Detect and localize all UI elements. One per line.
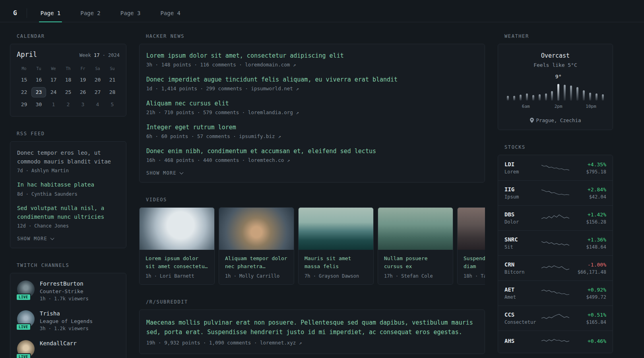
hackernews-show-more-button[interactable]: SHOW MORE (146, 170, 183, 176)
tab-page-3[interactable]: Page 3 (116, 4, 145, 22)
hackernews-item-link[interactable]: Donec enim nibh, condimentum et accumsan… (146, 148, 478, 155)
stock-symbol: DBS (504, 211, 541, 218)
stock-values: +0.46% (570, 338, 606, 346)
tab-page-2[interactable]: Page 2 (76, 4, 105, 22)
twitch-box: LIVE ForrestBurton Counter-Strike 1h · 1… (10, 273, 126, 358)
calendar-day: 21 (105, 75, 120, 85)
stock-symbol: LDI (504, 161, 541, 167)
hackernews-item-meta[interactable]: 3h · 148 points · 116 comments · loremdo… (146, 62, 478, 68)
calendar-widget: CALENDAR April Week 17 · 2024 Mo Tu We T… (10, 33, 126, 117)
twitch-widget-title: TWITCH CHANNELS (17, 263, 126, 268)
stock-name: Ipsum (504, 194, 541, 200)
hackernews-item-link[interactable]: Integer eget rutrum lorem (146, 124, 478, 131)
twitch-channel-row[interactable]: LIVE Trisha League of Legends 3h · 1.2k … (17, 310, 119, 331)
stock-change: +0.92% (570, 287, 606, 293)
rss-item-link[interactable]: In hac habitasse platea (17, 181, 119, 189)
hackernews-item-link[interactable]: Donec imperdiet augue tincidunt felis al… (146, 76, 478, 83)
stock-sparkline (541, 238, 570, 248)
calendar-day: 2 (61, 99, 76, 110)
stock-row[interactable]: CRN Bitcorn -1.00% $66,171.48 (498, 255, 613, 280)
hackernews-item-link[interactable]: Lorem ipsum dolor sit amet, consectetur … (146, 52, 478, 59)
left-column: CALENDAR April Week 17 · 2024 Mo Tu We T… (10, 33, 126, 358)
hackernews-item-meta[interactable]: 6h · 60 points · 57 comments · ipsumify.… (146, 133, 478, 139)
video-thumbnail (219, 208, 294, 250)
twitch-channel-row[interactable]: LIVE KendallCarr (17, 340, 119, 358)
weather-time-label: 10pm (586, 104, 596, 109)
twitch-avatar-wrap: LIVE (17, 280, 35, 298)
stock-sparkline (541, 263, 570, 273)
rss-item-link[interactable]: Sed volutpat nulla nisl, a condimentum n… (17, 204, 119, 221)
subreddit-post: Maecenas mollis pulvinar erat non posuer… (146, 318, 478, 346)
middle-column: HACKER NEWS Lorem ipsum dolor sit amet, … (139, 33, 485, 358)
stock-values: +0.92% $499.72 (570, 287, 606, 300)
weather-time-label: 6am (522, 104, 530, 109)
rss-item-meta: 7d · Ashlyn Martin (17, 168, 119, 173)
day-name: We (46, 66, 61, 71)
stock-price: $795.18 (570, 169, 606, 175)
calendar-day: 28 (105, 87, 120, 97)
stock-symbol: IIG (504, 186, 541, 193)
hackernews-item: Lorem ipsum dolor sit amet, consectetur … (146, 52, 478, 68)
weather-widget-title: WEATHER (504, 33, 613, 39)
calendar-dates: 15 16 17 18 19 20 21 22 23 24 25 26 27 2… (17, 75, 120, 110)
stock-row[interactable]: LDI Lorem +4.35% $795.18 (498, 156, 613, 180)
live-badge: LIVE (16, 294, 31, 301)
video-card[interactable]: Nullam posuere cursus ex 17h · Stefan Co… (378, 207, 453, 285)
dashboard: CALENDAR April Week 17 · 2024 Mo Tu We T… (0, 22, 644, 358)
hackernews-widget-title: HACKER NEWS (146, 33, 485, 39)
calendar-day: 27 (90, 87, 105, 97)
stock-row[interactable]: AHS +0.46% (498, 331, 613, 352)
stock-values: +0.51% $165.84 (570, 312, 606, 325)
stock-id: LDI Lorem (504, 161, 541, 175)
tab-page-4[interactable]: Page 4 (155, 4, 185, 22)
weather-bar (526, 93, 528, 101)
hackernews-item-meta[interactable]: 21h · 710 points · 579 comments · loreml… (146, 109, 478, 115)
stock-id: CRN Bitcorn (504, 261, 541, 275)
video-card-body: Lorem ipsum dolor sit amet consectetu… 1… (140, 250, 214, 284)
stock-row[interactable]: AET Amet +0.92% $499.72 (498, 280, 613, 305)
tab-page-1[interactable]: Page 1 (36, 4, 66, 22)
video-card[interactable]: Lorem ipsum dolor sit amet consectetu… 1… (139, 207, 215, 285)
twitch-channel-row[interactable]: LIVE ForrestBurton Counter-Strike 1h · 1… (17, 280, 119, 302)
calendar-year: 2024 (108, 53, 120, 58)
twitch-channel-info: Trisha League of Legends 3h · 1.2k viewe… (40, 310, 93, 331)
video-card[interactable]: Mauris sit amet massa felis 7h · Grayson… (298, 207, 374, 285)
weather-bar (532, 95, 534, 101)
weather-bar (513, 96, 515, 101)
video-card[interactable]: Aliquam tempor dolor nec pharetra… 1h · … (219, 207, 294, 285)
stock-sparkline (541, 213, 570, 223)
app-logo[interactable]: G (13, 8, 27, 18)
calendar-day: 20 (90, 75, 105, 85)
rss-show-more-button[interactable]: SHOW MORE (17, 236, 54, 241)
twitch-avatar-wrap: LIVE (17, 310, 35, 328)
stock-sparkline (541, 313, 570, 323)
stock-sparkline (541, 163, 570, 173)
hackernews-item-link[interactable]: Aliquam nec cursus elit (146, 100, 478, 107)
weather-bar (589, 93, 591, 101)
video-thumbnail (140, 208, 214, 250)
stocks-widget-title: STOCKS (504, 144, 613, 150)
weather-bar (576, 87, 578, 101)
calendar-day: 17 (46, 75, 61, 85)
hackernews-item-meta[interactable]: 1d · 1,414 points · 299 comments · ipsum… (146, 86, 478, 91)
video-meta: 1h · Molly Carrillo (225, 273, 288, 279)
subreddit-post-meta[interactable]: 19h · 9,932 points · 1,090 comments · lo… (146, 340, 478, 346)
stock-row[interactable]: CCS Consectetur +0.51% $165.84 (498, 305, 613, 331)
calendar-day: 5 (105, 99, 120, 110)
hackernews-item-meta[interactable]: 16h · 468 points · 440 comments · loremt… (146, 157, 478, 163)
separator: · (103, 53, 105, 58)
video-title: Suspendisse diam (464, 255, 485, 270)
calendar-day: 26 (76, 87, 90, 97)
subreddit-post-link[interactable]: Maecenas mollis pulvinar erat non posuer… (146, 318, 478, 337)
calendar-day: 22 (17, 87, 31, 97)
stock-row[interactable]: DBS Dolor +1.42% $156.28 (498, 205, 613, 230)
rss-item-link[interactable]: Donec tempor eros leo, ut commodo mauris… (17, 149, 119, 166)
weather-bar (539, 94, 541, 101)
video-card[interactable]: Suspendisse diam 18h · Tara (457, 207, 485, 285)
rss-item: Donec tempor eros leo, ut commodo mauris… (17, 149, 119, 173)
stock-row[interactable]: IIG Ipsum +2.84% $42.04 (498, 180, 613, 205)
stock-price: $148.64 (570, 244, 606, 250)
stock-row[interactable]: SNRC Sit +1.36% $148.64 (498, 230, 613, 255)
weather-widget: WEATHER Overcast Feels like 5°C 9° 6am 2… (498, 33, 613, 130)
twitch-channel-meta: 1h · 1.7k viewers (40, 296, 89, 302)
